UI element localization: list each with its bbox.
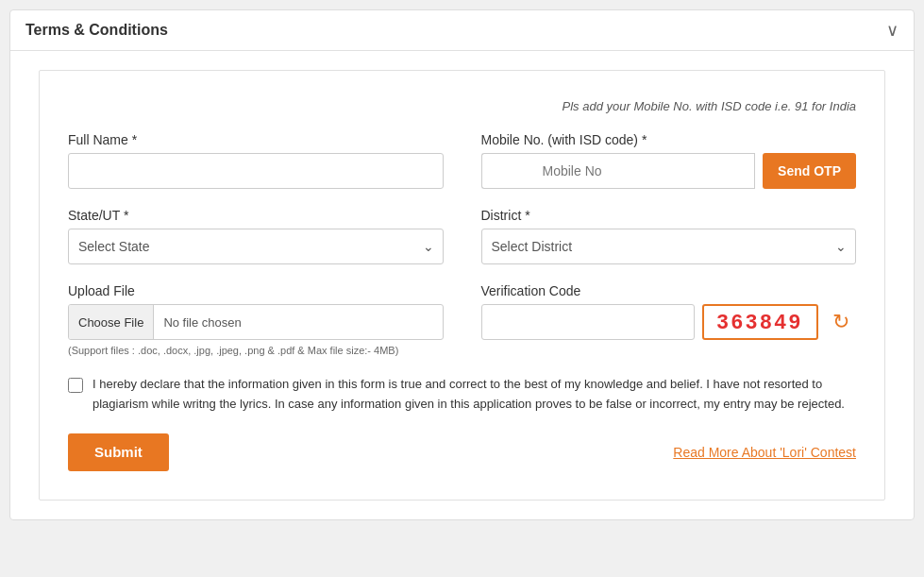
declaration-text: I hereby declare that the information gi… — [92, 375, 856, 415]
captcha-display: 363849 — [702, 304, 818, 340]
mobile-label: Mobile No. (with ISD code) * — [481, 132, 857, 147]
verification-row: 363849 ↻ — [481, 304, 857, 340]
file-support-text: (Support files : .doc, .docx, .jpg, .jpe… — [68, 345, 444, 356]
send-otp-button[interactable]: Send OTP — [763, 153, 856, 189]
state-group: State/UT * Select State ⌄ — [68, 208, 444, 264]
bottom-row: Submit Read More About 'Lori' Contest — [68, 433, 856, 471]
state-select-wrapper: Select State ⌄ — [68, 229, 444, 264]
district-select[interactable]: Select District — [481, 229, 857, 264]
declaration-checkbox[interactable] — [68, 378, 83, 393]
chevron-down-icon: ∨ — [886, 20, 899, 41]
isd-code-input[interactable]: 91 — [481, 153, 533, 189]
row-state-district: State/UT * Select State ⌄ District * Sel… — [68, 208, 856, 264]
upload-label: Upload File — [68, 283, 444, 298]
refresh-captcha-icon[interactable]: ↻ — [826, 307, 856, 337]
file-name-display: No file chosen — [154, 315, 250, 330]
state-label: State/UT * — [68, 208, 444, 223]
mobile-number-input[interactable] — [533, 153, 756, 189]
fullname-group: Full Name * — [68, 132, 444, 189]
declaration-row: I hereby declare that the information gi… — [68, 375, 856, 415]
terms-title: Terms & Conditions — [25, 22, 168, 39]
verification-group: Verification Code 363849 ↻ — [481, 283, 857, 356]
verification-input[interactable] — [481, 304, 695, 340]
district-label: District * — [481, 208, 857, 223]
verification-label: Verification Code — [481, 283, 857, 298]
choose-file-button[interactable]: Choose File — [69, 305, 154, 339]
mobile-otp-wrapper: 91 Send OTP — [481, 153, 857, 189]
district-select-wrapper: Select District ⌄ — [481, 229, 857, 264]
file-input-wrapper: Choose File No file chosen — [68, 304, 444, 340]
read-more-link[interactable]: Read More About 'Lori' Contest — [673, 445, 856, 460]
state-select[interactable]: Select State — [68, 229, 444, 264]
fullname-label: Full Name * — [68, 132, 444, 147]
district-group: District * Select District ⌄ — [481, 208, 857, 264]
row-name-mobile: Full Name * Mobile No. (with ISD code) *… — [68, 132, 856, 189]
form-container: Pls add your Mobile No. with ISD code i.… — [39, 70, 885, 501]
row-upload-verification: Upload File Choose File No file chosen (… — [68, 283, 856, 356]
upload-group: Upload File Choose File No file chosen (… — [68, 283, 444, 356]
submit-button[interactable]: Submit — [68, 433, 169, 471]
mobile-group-container: Mobile No. (with ISD code) * 91 Send OTP — [481, 132, 857, 189]
hint-text: Pls add your Mobile No. with ISD code i.… — [68, 99, 856, 113]
terms-header[interactable]: Terms & Conditions ∨ — [10, 10, 914, 51]
fullname-input[interactable] — [68, 153, 444, 189]
main-container: Terms & Conditions ∨ Pls add your Mobile… — [9, 9, 915, 520]
